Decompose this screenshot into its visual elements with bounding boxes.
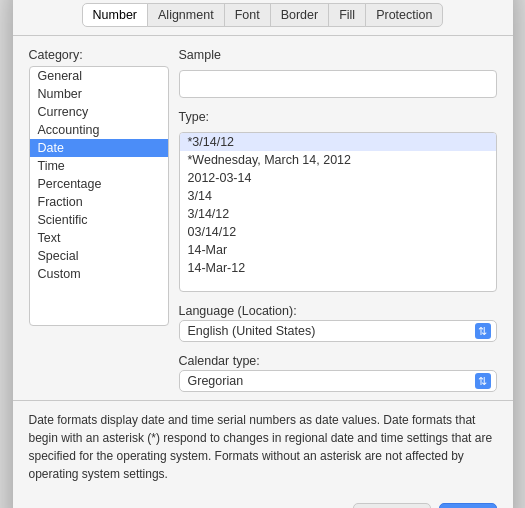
tab-bar: Number Alignment Font Border Fill Protec…	[13, 3, 513, 36]
category-item-general[interactable]: General	[30, 67, 168, 85]
type-item-5[interactable]: 3/14/12	[180, 205, 496, 223]
calendar-select-wrapper: Gregorian	[179, 370, 497, 392]
category-item-percentage[interactable]: Percentage	[30, 175, 168, 193]
calendar-select[interactable]: Gregorian	[179, 370, 497, 392]
type-item-7[interactable]: 14-Mar	[180, 241, 496, 259]
description-area: Date formats display date and time seria…	[13, 400, 513, 495]
format-cells-dialog: Format Cells Number Alignment Font Borde…	[13, 0, 513, 508]
type-item-6[interactable]: 03/14/12	[180, 223, 496, 241]
ok-button[interactable]: OK	[439, 503, 497, 508]
category-item-accounting[interactable]: Accounting	[30, 121, 168, 139]
category-item-fraction[interactable]: Fraction	[30, 193, 168, 211]
category-item-scientific[interactable]: Scientific	[30, 211, 168, 229]
type-list-wrapper: *3/14/12 *Wednesday, March 14, 2012 2012…	[179, 132, 497, 292]
tab-font[interactable]: Font	[224, 3, 271, 27]
left-panel: Category: General Number Currency Accoun…	[29, 48, 169, 392]
tab-alignment[interactable]: Alignment	[147, 3, 225, 27]
calendar-row: Calendar type: Gregorian	[179, 350, 497, 392]
category-item-currency[interactable]: Currency	[30, 103, 168, 121]
category-list[interactable]: General Number Currency Accounting Date …	[29, 66, 169, 326]
calendar-label: Calendar type:	[179, 354, 497, 368]
language-row: Language (Location): English (United Sta…	[179, 300, 497, 342]
language-select-wrapper: English (United States)	[179, 320, 497, 342]
category-item-date[interactable]: Date	[30, 139, 168, 157]
type-item-3[interactable]: 2012-03-14	[180, 169, 496, 187]
type-item-8[interactable]: 14-Mar-12	[180, 259, 496, 277]
right-panel: Sample Type: *3/14/12 *Wednesday, March …	[179, 48, 497, 392]
sample-box	[179, 70, 497, 98]
main-content: Category: General Number Currency Accoun…	[13, 36, 513, 400]
tab-number[interactable]: Number	[82, 3, 148, 27]
type-label: Type:	[179, 110, 497, 124]
button-row: Cancel OK	[13, 495, 513, 508]
category-item-special[interactable]: Special	[30, 247, 168, 265]
tab-border[interactable]: Border	[270, 3, 330, 27]
category-item-time[interactable]: Time	[30, 157, 168, 175]
type-item-1[interactable]: *3/14/12	[180, 133, 496, 151]
tab-protection[interactable]: Protection	[365, 3, 443, 27]
language-label: Language (Location):	[179, 304, 497, 318]
category-item-number[interactable]: Number	[30, 85, 168, 103]
category-label: Category:	[29, 48, 169, 62]
category-item-text[interactable]: Text	[30, 229, 168, 247]
sample-label: Sample	[179, 48, 497, 62]
type-item-4[interactable]: 3/14	[180, 187, 496, 205]
category-item-custom[interactable]: Custom	[30, 265, 168, 283]
cancel-button[interactable]: Cancel	[353, 503, 431, 508]
type-item-2[interactable]: *Wednesday, March 14, 2012	[180, 151, 496, 169]
tab-fill[interactable]: Fill	[328, 3, 366, 27]
language-select[interactable]: English (United States)	[179, 320, 497, 342]
type-list[interactable]: *3/14/12 *Wednesday, March 14, 2012 2012…	[179, 132, 497, 292]
